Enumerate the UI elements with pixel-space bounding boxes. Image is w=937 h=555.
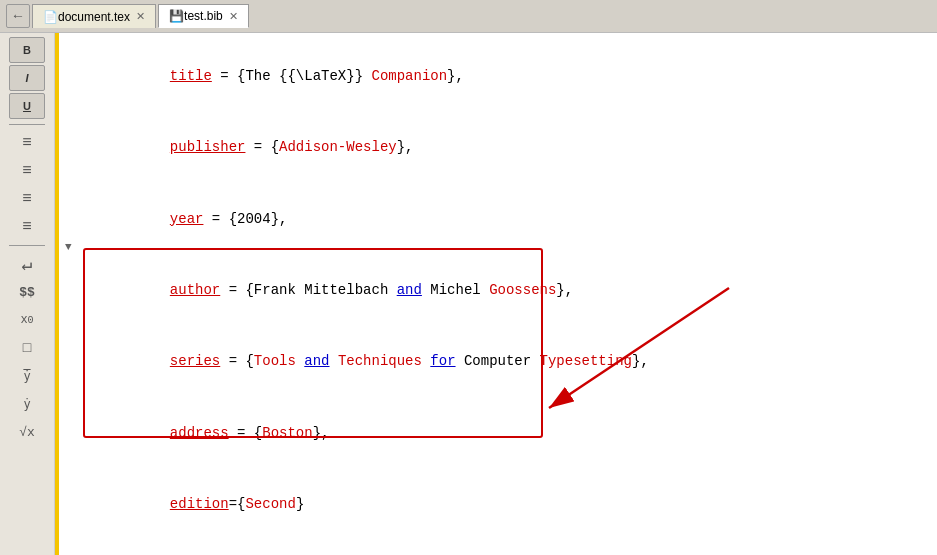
tab-icon: 💾 (169, 9, 184, 23)
code-line-author: author = {Frank Mittelbach and Michel Go… (69, 255, 927, 326)
sqrt-icon[interactable]: √x (9, 419, 45, 445)
code-line-year: year = {2004}, (69, 184, 927, 255)
code-area[interactable]: ▼ title = {The {{\LaTeX}} Companion}, pu… (55, 33, 937, 555)
code-line-close-brace1: } (69, 541, 927, 555)
back-button[interactable]: ← (6, 4, 30, 28)
code-line-series: series = {Tools and Techniques for Compu… (69, 327, 927, 398)
italic-button[interactable]: I (9, 65, 45, 91)
align-left-icon[interactable]: ≡ (9, 130, 45, 156)
return-icon[interactable]: ↵ (9, 251, 45, 277)
bold-button[interactable]: B (9, 37, 45, 63)
code-line-edition: edition={Second} (69, 469, 927, 540)
main-container: B I U ≡ ≡ ≡ ≡ ↵ $$ x0 □ ẏ ẏ √x ▼ title =… (0, 33, 937, 555)
toolbar-separator-2 (9, 245, 45, 246)
left-toolbar: B I U ≡ ≡ ≡ ≡ ↵ $$ x0 □ ẏ ẏ √x (0, 33, 55, 555)
tab-icon: 📄 (43, 10, 58, 24)
tab-label: document.tex (58, 10, 130, 24)
close-tab-document[interactable]: ✕ (136, 10, 145, 23)
underline-button[interactable]: U (9, 93, 45, 119)
align-justify-icon[interactable]: ≡ (9, 214, 45, 240)
align-right-icon[interactable]: ≡ (9, 186, 45, 212)
tab-test-bib[interactable]: 💾 test.bib ✕ (158, 4, 249, 28)
square-icon[interactable]: □ (9, 335, 45, 361)
code-content[interactable]: title = {The {{\LaTeX}} Companion}, publ… (59, 33, 937, 555)
tab-bar: ← 📄 document.tex ✕ 💾 test.bib ✕ (0, 0, 937, 33)
tab-document-tex[interactable]: 📄 document.tex ✕ (32, 4, 156, 28)
code-line-publisher: publisher = {Addison-Wesley}, (69, 112, 927, 183)
tab-label: test.bib (184, 9, 223, 23)
close-tab-testbib[interactable]: ✕ (229, 10, 238, 23)
code-line-title: title = {The {{\LaTeX}} Companion}, (69, 41, 927, 112)
align-center-icon[interactable]: ≡ (9, 158, 45, 184)
fraction2-icon[interactable]: ẏ (9, 391, 45, 417)
fraction-icon[interactable]: ẏ (9, 363, 45, 389)
dollar-icon[interactable]: $$ (9, 279, 45, 305)
toolbar-separator-1 (9, 124, 45, 125)
subscript-icon[interactable]: x0 (9, 307, 45, 333)
code-line-address: address = {Boston}, (69, 398, 927, 469)
